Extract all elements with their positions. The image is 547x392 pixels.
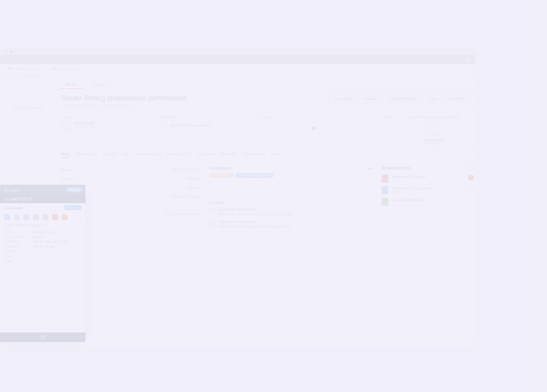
- cti-footer: [0, 332, 85, 342]
- tab-emails[interactable]: Emails (2): [221, 152, 237, 158]
- call-tab-1[interactable]: ☎ Inbound Line ×: [46, 65, 88, 72]
- doc-icon: [382, 186, 388, 194]
- call-tabs: ☎ Inbound Line × ☎ Inbound Line × +: [0, 64, 475, 73]
- attachment-item[interactable]: Telepresence Troubles…John: [382, 174, 462, 183]
- cti-record-icon[interactable]: [62, 214, 68, 220]
- tab-slas[interactable]: SLAs (1): [103, 152, 116, 158]
- case-title: Router limiting telepresence performance: [62, 94, 187, 102]
- cti-transfer-icon[interactable]: [33, 214, 39, 220]
- close-icon[interactable]: ×: [80, 66, 82, 70]
- send-sms-button[interactable]: Send SMS: [444, 94, 470, 103]
- attachments-panel: Attachments Telepresence Troubles…John T…: [377, 161, 466, 349]
- action-bar: Close Case Escalate Create Work Order Em…: [329, 94, 470, 103]
- empty-inbox-alert: Your inbox is empty.: [3, 103, 53, 114]
- tab-phone-logs[interactable]: Phone Logs (31): [166, 152, 191, 158]
- case-tab-router[interactable]: Router: [60, 80, 83, 89]
- right-rail: [466, 161, 475, 349]
- cti-caller-badge: Customer: [64, 205, 81, 210]
- tab-tasks[interactable]: Tasks: [122, 152, 131, 158]
- compose-title: Compose: [209, 166, 231, 170]
- avatar-icon: [209, 220, 216, 226]
- cti-popup: 3CLogic Details +1 4682 070 25 John Smit…: [0, 185, 85, 342]
- tab-more[interactable]: More: [271, 152, 279, 158]
- subheader-item[interactable]: Critical Router: [17, 74, 39, 78]
- tab-talk-history[interactable]: Talk History (1): [75, 152, 97, 158]
- window-max-icon[interactable]: [10, 50, 13, 53]
- sla-ring-icon: [426, 121, 441, 136]
- cti-hangup-icon[interactable]: [52, 214, 58, 220]
- close-icon[interactable]: ×: [36, 66, 38, 70]
- cti-caller-info: John Smith Customer: [0, 203, 85, 212]
- escalate-button[interactable]: Escalate: [358, 94, 381, 103]
- window-min-icon[interactable]: [4, 50, 8, 53]
- create-work-order-button[interactable]: Create Work Order: [383, 94, 421, 103]
- rail-item[interactable]: [468, 166, 474, 171]
- activity-title: Activity: [209, 200, 373, 205]
- user-avatar-icon[interactable]: [466, 57, 471, 62]
- assignee-name: Guillaume Seynhaeve: [171, 123, 211, 127]
- cti-dialpad-icon[interactable]: [40, 335, 46, 340]
- contact-avatar-icon: [62, 121, 71, 131]
- timeline-more-link[interactable]: more: [384, 115, 392, 119]
- recipient-pill[interactable]: Anne Locke (Escalate): [236, 173, 274, 178]
- cti-title: 3CLogic: [4, 188, 19, 192]
- rail-item[interactable]: [468, 185, 474, 190]
- tab-feed[interactable]: Feed: [62, 152, 69, 158]
- breadcrumb: Telepresence Routers > A model 012 > Cri…: [62, 103, 187, 107]
- tab-sms[interactable]: SMS Messages: [242, 152, 266, 158]
- contact-card[interactable]: John Smith Customer Since: [62, 121, 155, 131]
- sla-status: Remaining: [397, 142, 470, 146]
- email-button[interactable]: Email: [424, 94, 442, 103]
- table-row: Duration05m 14s: [60, 174, 200, 183]
- contact-label: Contact: [62, 115, 155, 119]
- close-case-button[interactable]: Close Case: [329, 94, 356, 103]
- cti-details-button[interactable]: Details: [66, 187, 81, 192]
- activity-feed: Activity Guillaume SeynhaeveReviewing. I…: [209, 200, 373, 228]
- collapse-icon[interactable]: —: [368, 166, 373, 170]
- window-titlebar: [0, 48, 475, 55]
- call-tab-label: Inbound Line: [14, 66, 34, 70]
- subheader: Critical Critical Router —: [0, 73, 475, 79]
- xls-icon: [382, 198, 388, 206]
- assigned-label: Assigned to: [160, 115, 253, 119]
- timeline-label: Timeline: [258, 115, 271, 119]
- activity-item: Guillaume SeynhaeveReviewing. I let Anne…: [209, 207, 373, 216]
- subheader-item[interactable]: Critical: [3, 74, 13, 78]
- attachment-item[interactable]: Account Spend Net Inc…: [382, 198, 462, 206]
- table-row: Started2018-08-15 09:22: [60, 166, 200, 174]
- cti-accept-icon[interactable]: [4, 214, 10, 220]
- nav-tabs: Feed Talk History (1) SLAs (1) Tasks Int…: [56, 148, 475, 161]
- collapse-icon[interactable]: —: [413, 74, 416, 78]
- cti-details: TypePending Comp Business PartyRouter Su…: [0, 228, 85, 265]
- assignee[interactable]: Guillaume Seynhaeve: [160, 121, 253, 129]
- add-tab-icon[interactable]: +: [90, 65, 103, 72]
- timeline: [258, 121, 392, 135]
- main-panel: Router Critical Fr… × Router limiting te…: [56, 79, 475, 349]
- call-tab-label: Inbound Line: [58, 66, 78, 70]
- attachment-item[interactable]: Telepresence Router Issues…John: [382, 186, 462, 194]
- assignee-avatar-icon: [160, 121, 168, 129]
- avatar-icon: [209, 207, 216, 214]
- cti-call-controls: [0, 212, 85, 222]
- cti-hold-icon[interactable]: [14, 214, 20, 220]
- call-tab-0[interactable]: ☎ Inbound Line ×: [3, 65, 44, 72]
- attachments-title: Attachments: [382, 166, 462, 170]
- cti-phone-number: +1 4682 070 25: [0, 195, 85, 203]
- cti-titlebar: 3CLogic Details: [0, 185, 85, 195]
- rail-item-active[interactable]: [468, 175, 474, 181]
- tab-interactions[interactable]: Interactions (36): [136, 152, 161, 158]
- cti-caller-name: John Smith: [4, 206, 23, 210]
- case-tabs: Router Critical Fr… ×: [56, 79, 475, 90]
- browser-chrome: [0, 55, 475, 64]
- cti-keypad-icon[interactable]: [42, 214, 49, 220]
- cti-mute-icon[interactable]: [23, 214, 29, 220]
- contact-sub: Customer Since: [74, 125, 98, 129]
- compose-textarea[interactable]: [209, 180, 373, 196]
- tab-child-cases[interactable]: Child Cases: [197, 152, 215, 158]
- content: Started2018-08-15 09:22 Duration05m 14s …: [56, 161, 475, 349]
- case-header: Router limiting telepresence performance…: [56, 90, 475, 112]
- close-icon[interactable]: ×: [111, 83, 114, 87]
- case-tab-critical[interactable]: Critical Fr… ×: [85, 81, 119, 89]
- compose-to[interactable]: Guillaume S. Anne Locke (Escalate): [209, 173, 373, 178]
- recipient-pill[interactable]: Guillaume S.: [209, 173, 234, 178]
